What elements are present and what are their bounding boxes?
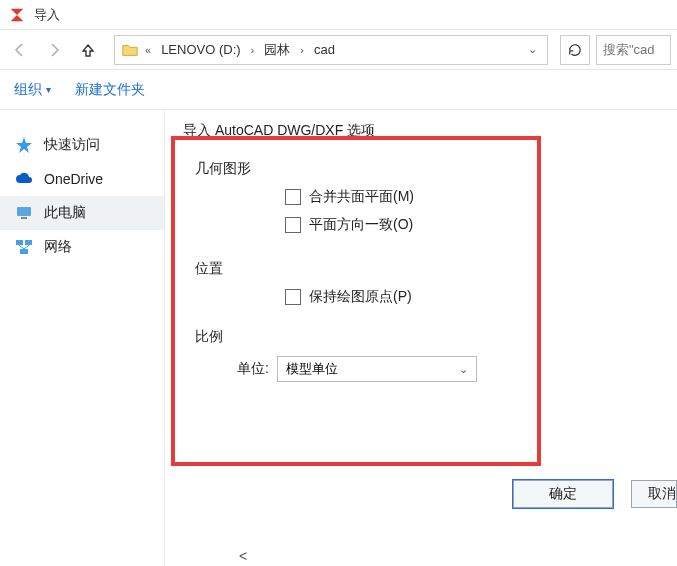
star-icon: [14, 135, 34, 155]
breadcrumb-drive[interactable]: LENOVO (D:): [157, 40, 244, 59]
nav-bar: « LENOVO (D:) › 园林 › cad ⌄ 搜索"cad: [0, 30, 677, 70]
sidebar-item-label: 网络: [44, 238, 72, 256]
merge-coplanar-checkbox[interactable]: [285, 189, 301, 205]
breadcrumb-folder1[interactable]: 园林: [260, 39, 294, 61]
monitor-icon: [14, 203, 34, 223]
search-placeholder: 搜索"cad: [603, 41, 655, 59]
svg-rect-2: [16, 240, 23, 245]
options-panel: 几何图形 合并共面平面(M) 平面方向一致(O) 位置 保持绘图原点(P) 比例…: [171, 136, 541, 466]
unit-label: 单位:: [237, 360, 269, 378]
sketchup-icon: [8, 6, 26, 24]
unit-select[interactable]: 模型单位 ⌄: [277, 356, 477, 382]
merge-coplanar-row: 合并共面平面(M): [285, 188, 517, 206]
back-button[interactable]: [6, 36, 34, 64]
orient-consistent-label: 平面方向一致(O): [309, 216, 413, 234]
unit-value: 模型单位: [286, 360, 338, 378]
cloud-icon: [14, 169, 34, 189]
geometry-group-label: 几何图形: [195, 160, 517, 178]
ok-label: 确定: [549, 485, 577, 503]
sidebar-item-network[interactable]: 网络: [0, 230, 164, 264]
breadcrumb-folder2[interactable]: cad: [310, 40, 339, 59]
new-folder-label: 新建文件夹: [75, 81, 145, 99]
ok-button[interactable]: 确定: [513, 480, 613, 508]
svg-rect-4: [20, 249, 28, 254]
preserve-origin-label: 保持绘图原点(P): [309, 288, 412, 306]
cancel-label: 取消: [648, 485, 676, 503]
scale-group-label: 比例: [195, 328, 517, 346]
chevron-right-icon: ›: [300, 44, 304, 56]
content-area: 导入 AutoCAD DWG/DXF 选项 几何图形 合并共面平面(M) 平面方…: [165, 110, 677, 566]
chevron-down-icon: ⌄: [459, 363, 468, 376]
titlebar: 导入: [0, 0, 677, 30]
svg-rect-3: [25, 240, 32, 245]
sidebar-item-quickaccess[interactable]: 快速访问: [0, 128, 164, 162]
cancel-button[interactable]: 取消: [631, 480, 677, 508]
chevron-down-icon: ▾: [46, 84, 51, 95]
preserve-origin-checkbox[interactable]: [285, 289, 301, 305]
forward-button[interactable]: [40, 36, 68, 64]
sidebar-item-onedrive[interactable]: OneDrive: [0, 162, 164, 196]
folder-icon: [121, 41, 139, 59]
unit-row: 单位: 模型单位 ⌄: [237, 356, 517, 382]
breadcrumb-dropdown[interactable]: ⌄: [524, 43, 541, 56]
svg-rect-0: [17, 207, 31, 216]
breadcrumb[interactable]: « LENOVO (D:) › 园林 › cad ⌄: [114, 35, 548, 65]
window-title: 导入: [34, 6, 60, 24]
preserve-origin-row: 保持绘图原点(P): [285, 288, 517, 306]
position-group-label: 位置: [195, 260, 517, 278]
breadcrumb-sep: «: [145, 44, 151, 56]
sidebar-item-label: 此电脑: [44, 204, 86, 222]
merge-coplanar-label: 合并共面平面(M): [309, 188, 414, 206]
organize-menu[interactable]: 组织 ▾: [14, 81, 51, 99]
sidebar-item-label: OneDrive: [44, 171, 103, 187]
orient-consistent-row: 平面方向一致(O): [285, 216, 517, 234]
search-input[interactable]: 搜索"cad: [596, 35, 671, 65]
chevron-right-icon: ›: [251, 44, 255, 56]
orient-consistent-checkbox[interactable]: [285, 217, 301, 233]
sidebar-item-label: 快速访问: [44, 136, 100, 154]
svg-rect-1: [21, 217, 27, 219]
toolbar: 组织 ▾ 新建文件夹: [0, 70, 677, 110]
sidebar: 快速访问 OneDrive 此电脑 网络: [0, 110, 165, 566]
network-icon: [14, 237, 34, 257]
up-button[interactable]: [74, 36, 102, 64]
dialog-buttons: 确定 取消: [513, 480, 677, 508]
refresh-button[interactable]: [560, 35, 590, 65]
scroll-left-hint[interactable]: <: [239, 548, 247, 564]
organize-label: 组织: [14, 81, 42, 99]
sidebar-item-thispc[interactable]: 此电脑: [0, 196, 164, 230]
new-folder-button[interactable]: 新建文件夹: [75, 81, 145, 99]
